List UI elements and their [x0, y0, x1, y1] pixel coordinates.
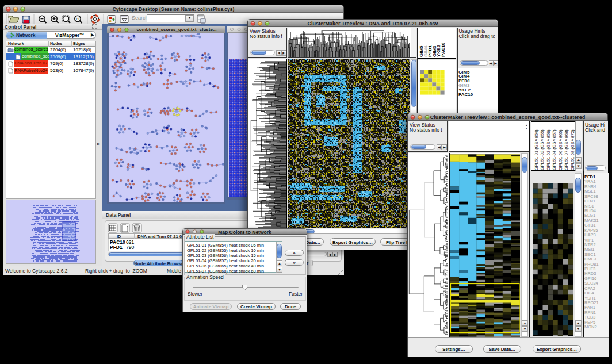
svg-text:1:1: 1:1: [75, 17, 79, 21]
